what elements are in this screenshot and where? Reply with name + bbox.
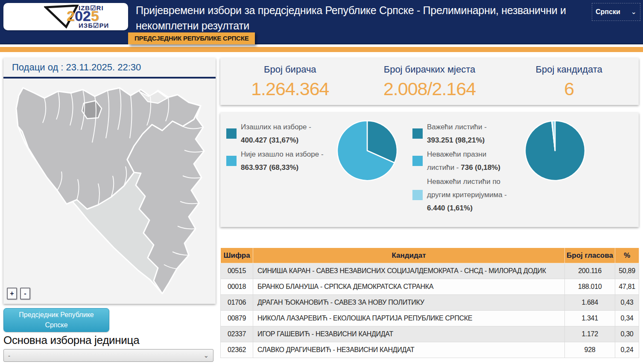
legend-label: Неважећи листићи по другим критеријумима… [427, 178, 507, 199]
map-zoom-controls: + - [7, 288, 30, 300]
ballots-pie-chart [523, 119, 587, 183]
stat-polling-stations: Број бирачких мјеста 2.008/2.164 [360, 58, 500, 105]
candidate-votes: 1.172 [565, 326, 615, 342]
izbori-2025-logo: IZB☑RI 2025 ИЗБ☑РИ [3, 3, 128, 30]
page-title: Пријевремени избори за предсједника Репу… [136, 3, 589, 33]
map-container: + - [3, 79, 216, 302]
pie-charts-panel: Изашлих на изборе - 400.427 (31,67%) Ниј… [220, 113, 639, 227]
legend-swatch [226, 156, 237, 166]
chevron-down-icon: ⌄ [631, 10, 637, 14]
table-header-row: Шифра Кандидат Број гласова % [221, 248, 639, 263]
legend-swatch [412, 128, 423, 139]
candidate-votes: 928 [565, 342, 615, 358]
results-table: Шифра Кандидат Број гласова % 00515 СИНИ… [220, 248, 639, 358]
language-selector[interactable]: Српски ⌄ [592, 3, 640, 21]
data-timestamp: Подаци од : 23.11.2025. 22:30 [3, 58, 216, 79]
bosnia-municipalities-map[interactable] [3, 79, 216, 302]
candidate-percent: 47,81 [615, 279, 639, 295]
candidate-votes: 1.684 [565, 295, 615, 311]
candidate-code: 00879 [221, 311, 253, 326]
summary-stats-panel: Број бирача 1.264.364 Број бирачких мјес… [220, 58, 639, 105]
candidate-name: ДРАГАН ЂОКАНОВИЋ - САВЕЗ ЗА НОВУ ПОЛИТИК… [253, 295, 565, 311]
turnout-legend: Изашлих на изборе - 400.427 (31,67%) Ниј… [226, 120, 325, 175]
table-row: 00879 НИКОЛА ЛАЗАРЕВИЋ - ЕКОЛОШКА ПАРТИЈ… [221, 311, 639, 326]
page: IZB☑RI 2025 ИЗБ☑РИ Пријевремени избори з… [0, 0, 643, 364]
legend-value: 736 (0,18%) [461, 163, 500, 172]
stat-value: 2.008/2.164 [360, 79, 500, 99]
logo-cyrillic-text: ИЗБ☑РИ [79, 22, 109, 29]
column-header-candidate: Кандидат [253, 248, 565, 263]
electoral-unit-selected-value: - [8, 352, 10, 359]
tab-president-rs[interactable]: ПРЕДСЈЕДНИК РЕПУБЛИКЕ СРПСКЕ [128, 32, 255, 44]
candidate-percent: 0,30 [615, 326, 639, 342]
map-panel: Подаци од : 23.11.2025. 22:30 [3, 58, 216, 304]
electoral-unit-label: Основна изборна јединица [3, 334, 139, 347]
candidate-percent: 50,89 [615, 263, 639, 279]
legend-value: 6.440 (1,61%) [427, 204, 473, 212]
column-header-percent: % [615, 248, 639, 263]
stat-value: 1.264.364 [220, 79, 360, 99]
candidate-name: БРАНКО БЛАНУША - СРПСКА ДЕМОКРАТСКА СТРА… [253, 279, 565, 295]
ballots-legend: Важећи листићи - 393.251 (98,21%) Неваже… [412, 120, 511, 215]
map-zoom-out-button[interactable]: - [20, 288, 30, 300]
candidate-percent: 0,34 [615, 311, 639, 326]
stat-value: 6 [499, 79, 639, 99]
column-header-code: Шифра [221, 248, 253, 263]
chevron-down-icon: ⌄ [203, 352, 209, 359]
candidate-percent: 0,43 [615, 295, 639, 311]
legend-swatch [412, 156, 423, 166]
candidate-votes: 188.010 [565, 279, 615, 295]
legend-item: Није изашло на изборе - 863.937 (68,33%) [226, 148, 325, 174]
legend-item: Неважећи празни листићи - 736 (0,18%) [412, 148, 511, 174]
candidate-code: 00018 [221, 279, 253, 295]
legend-item: Важећи листићи - 393.251 (98,21%) [412, 120, 511, 147]
stat-label: Број бирача [220, 64, 360, 75]
legend-value: 863.937 (68,33%) [241, 163, 298, 172]
legend-swatch [412, 190, 423, 200]
table-row: 02337 ИГОР ГАШЕВИЋ - НЕЗАВИСНИ КАНДИДАТ … [221, 326, 639, 342]
column-header-votes: Број гласова [565, 248, 615, 263]
electoral-unit-select[interactable]: - ⌄ [3, 349, 213, 362]
legend-item: Неважећи листићи по другим критеријумима… [412, 175, 511, 215]
legend-label: Није изашло на изборе - [241, 150, 324, 158]
table-row: 02362 СЛАВКО ДРАГИЧЕВИЋ - НЕЗАВИСНИ КАНД… [221, 342, 639, 358]
stat-label: Број кандидата [499, 64, 639, 75]
candidate-votes: 200.116 [565, 263, 615, 279]
candidate-votes: 1.341 [565, 311, 615, 326]
table-row: 01706 ДРАГАН ЂОКАНОВИЋ - САВЕЗ ЗА НОВУ П… [221, 295, 639, 311]
stat-label: Број бирачких мјеста [360, 64, 500, 75]
map-zoom-in-button[interactable]: + [7, 288, 17, 300]
race-president-rs-button[interactable]: Предсједник Републике Српске [3, 308, 109, 332]
candidate-code: 02362 [221, 342, 253, 358]
legend-label: Изашлих на изборе - [241, 123, 311, 131]
turnout-pie-chart [335, 119, 399, 183]
candidate-name: ИГОР ГАШЕВИЋ - НЕЗАВИСНИ КАНДИДАТ [253, 326, 565, 342]
table-row: 00515 СИНИША КАРАН - САВЕЗ НЕЗАВИСНИХ СО… [221, 263, 639, 279]
candidate-name: СЛАВКО ДРАГИЧЕВИЋ - НЕЗАВИСНИ КАНДИДАТ [253, 342, 565, 358]
candidate-code: 02337 [221, 326, 253, 342]
candidate-name: НИКОЛА ЛАЗАРЕВИЋ - ЕКОЛОШКА ПАРТИЈА РЕПУ… [253, 311, 565, 326]
language-label: Српски [596, 8, 620, 16]
table-row: 00018 БРАНКО БЛАНУША - СРПСКА ДЕМОКРАТСК… [221, 279, 639, 295]
legend-label: Важећи листићи - [427, 123, 487, 131]
stat-candidates: Број кандидата 6 [499, 58, 639, 105]
header-bar: IZB☑RI 2025 ИЗБ☑РИ Пријевремени избори з… [0, 0, 643, 44]
accent-divider [0, 47, 643, 52]
candidate-code: 00515 [221, 263, 253, 279]
stat-voters: Број бирача 1.264.364 [220, 58, 360, 105]
legend-value: 393.251 (98,21%) [427, 136, 485, 144]
legend-value: 400.427 (31,67%) [241, 136, 298, 144]
legend-swatch [226, 128, 237, 139]
logo-text: IZB☑RI 2025 ИЗБ☑РИ [59, 4, 127, 29]
candidate-percent: 0,24 [615, 342, 639, 358]
candidate-name: СИНИША КАРАН - САВЕЗ НЕЗАВИСНИХ СОЦИЈАЛД… [253, 263, 565, 279]
candidate-code: 01706 [221, 295, 253, 311]
legend-item: Изашлих на изборе - 400.427 (31,67%) [226, 120, 325, 147]
